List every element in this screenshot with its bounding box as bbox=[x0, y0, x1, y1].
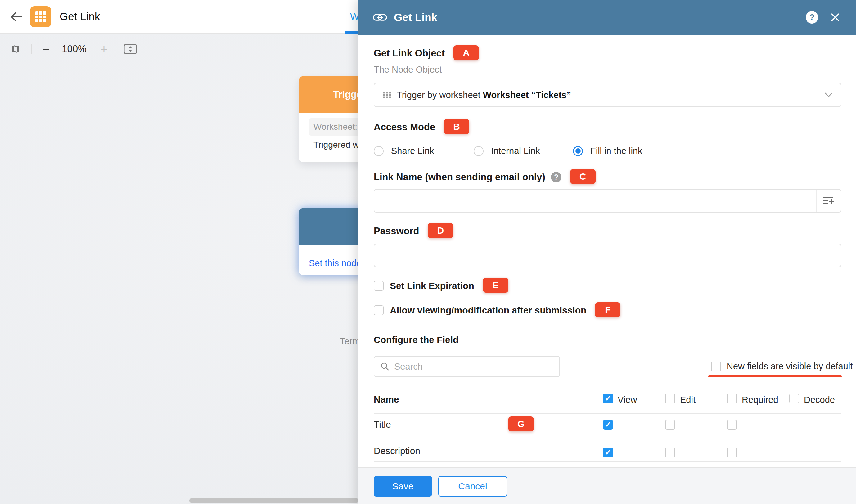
allow-modification-row[interactable]: Allow viewing/modification after submiss… bbox=[374, 303, 620, 318]
badge-E: E bbox=[483, 278, 509, 293]
decode-all-checkbox[interactable] bbox=[789, 394, 799, 403]
search-placeholder: Search bbox=[394, 362, 423, 372]
title-required-checkbox[interactable] bbox=[727, 419, 737, 430]
column-header-edit: Edit bbox=[680, 395, 696, 405]
description-view-checkbox[interactable] bbox=[603, 448, 613, 457]
allow-modification-checkbox[interactable] bbox=[374, 305, 384, 315]
tab-workflow[interactable]: W bbox=[350, 11, 359, 22]
table-row-description: Description bbox=[374, 446, 420, 456]
get-link-object-heading: Get Link Object A bbox=[374, 46, 479, 61]
trigger-node-title: Trigge bbox=[299, 89, 362, 100]
cancel-button[interactable]: Cancel bbox=[438, 476, 507, 497]
link-name-help-icon[interactable]: ? bbox=[551, 172, 561, 182]
badge-C: C bbox=[570, 169, 595, 184]
link-name-heading: Link Name (when sending email only) ? C bbox=[374, 170, 595, 185]
set-link-expiration-row[interactable]: Set Link Expiration E bbox=[374, 278, 509, 293]
worksheet-app-icon bbox=[30, 6, 51, 27]
close-icon[interactable] bbox=[830, 12, 840, 23]
search-icon bbox=[380, 362, 389, 371]
new-fields-checkbox[interactable] bbox=[711, 362, 721, 372]
zoom-level: 100% bbox=[62, 43, 86, 55]
password-input[interactable] bbox=[374, 244, 841, 267]
node-object-select[interactable]: Trigger by worksheet Worksheet “Tickets” bbox=[374, 83, 841, 107]
description-required-checkbox[interactable] bbox=[727, 448, 737, 457]
radio-selected-icon bbox=[573, 146, 583, 156]
canvas-horizontal-scrollbar[interactable] bbox=[189, 498, 358, 503]
plus-icon: + bbox=[100, 46, 107, 52]
insert-field-button[interactable] bbox=[816, 190, 841, 212]
access-mode-options: Share Link Internal Link Fill in the lin… bbox=[374, 146, 841, 157]
badge-F: F bbox=[595, 302, 620, 317]
fit-icon bbox=[124, 44, 137, 54]
save-button[interactable]: Save bbox=[374, 476, 432, 497]
link-icon bbox=[373, 13, 387, 22]
column-header-name: Name bbox=[374, 394, 399, 405]
tab-active-underline bbox=[345, 31, 359, 34]
title-view-checkbox[interactable] bbox=[603, 419, 613, 430]
column-header-view: View bbox=[618, 395, 637, 405]
panel-header: Get Link ? bbox=[358, 0, 856, 35]
fit-to-screen-button[interactable] bbox=[120, 44, 141, 54]
select-value-worksheet: Worksheet “Tickets” bbox=[483, 90, 571, 100]
radio-icon bbox=[474, 146, 484, 156]
password-heading: Password D bbox=[374, 224, 453, 239]
table-row-title: Title G bbox=[374, 417, 534, 432]
worksheet-grid-icon bbox=[382, 91, 391, 99]
badge-B: B bbox=[444, 119, 469, 134]
access-mode-heading: Access Mode B bbox=[374, 120, 469, 135]
help-icon[interactable]: ? bbox=[806, 11, 818, 23]
canvas-toolbar: − 100% + bbox=[0, 43, 141, 55]
title-edit-checkbox[interactable] bbox=[665, 419, 675, 430]
zoom-in-button[interactable]: + bbox=[88, 46, 120, 52]
column-header-required: Required bbox=[742, 395, 779, 405]
badge-D: D bbox=[428, 223, 453, 238]
panel-title: Get Link bbox=[394, 11, 437, 23]
node-object-sublabel: The Node Object bbox=[374, 65, 442, 75]
minimap-icon[interactable] bbox=[0, 45, 31, 53]
edit-all-checkbox[interactable] bbox=[665, 394, 675, 403]
zoom-out-button[interactable]: − bbox=[32, 46, 60, 52]
back-button[interactable] bbox=[9, 10, 23, 23]
add-field-icon bbox=[823, 196, 835, 205]
chevron-down-icon bbox=[825, 92, 833, 97]
get-link-panel: Get Link ? Get Link Object A The Node Ob… bbox=[358, 0, 856, 504]
badge-A: A bbox=[453, 45, 479, 60]
radio-share-link[interactable]: Share Link bbox=[374, 146, 434, 156]
panel-footer: Save Cancel bbox=[358, 467, 856, 504]
select-value-prefix: Trigger by worksheet bbox=[397, 90, 483, 100]
link-name-input[interactable] bbox=[374, 189, 841, 213]
required-all-checkbox[interactable] bbox=[727, 394, 737, 403]
field-search[interactable]: Search bbox=[374, 356, 560, 377]
column-header-decode: Decode bbox=[804, 395, 835, 405]
radio-internal-link[interactable]: Internal Link bbox=[474, 146, 540, 156]
badge-G: G bbox=[509, 416, 534, 431]
annotation-underline bbox=[708, 375, 842, 377]
configure-field-heading: Configure the Field bbox=[374, 335, 459, 345]
new-fields-toggle[interactable]: New fields are visible by default bbox=[711, 361, 853, 372]
radio-icon bbox=[374, 146, 384, 156]
view-all-checkbox[interactable] bbox=[603, 394, 613, 403]
radio-fill-in-the-link[interactable]: Fill in the link bbox=[573, 146, 642, 156]
minus-icon: − bbox=[42, 46, 49, 52]
page-title: Get Link bbox=[59, 10, 100, 23]
description-edit-checkbox[interactable] bbox=[665, 448, 675, 457]
arrow-left-icon bbox=[10, 12, 22, 22]
expiration-checkbox[interactable] bbox=[374, 281, 384, 291]
